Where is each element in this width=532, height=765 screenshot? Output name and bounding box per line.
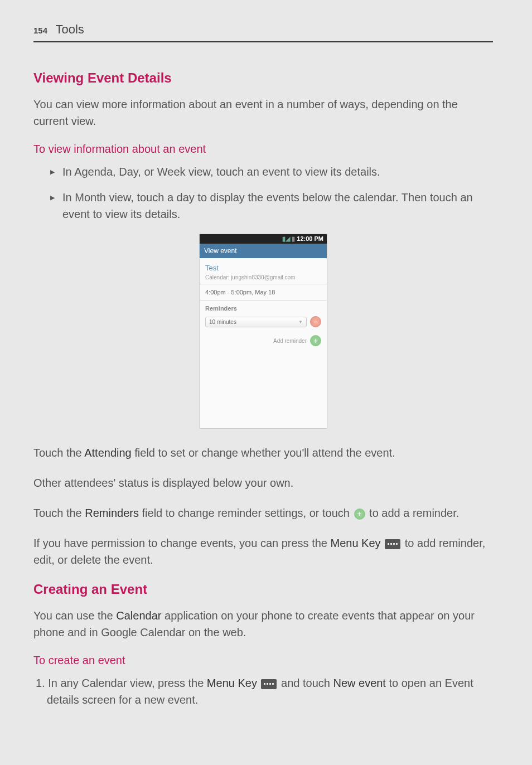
step-1: 1. In any Calendar view, press the Menu … xyxy=(33,675,493,708)
add-reminder-row: Add reminder + xyxy=(200,332,327,350)
bullet-item-agenda: In Agenda, Day, or Week view, touch an e… xyxy=(33,163,493,180)
section-heading-viewing: Viewing Event Details xyxy=(33,70,493,86)
attending-paragraph: Touch the Attending field to set or chan… xyxy=(33,444,493,461)
attendees-paragraph: Other attendees' status is displayed bel… xyxy=(33,475,493,491)
remove-reminder-button[interactable]: − xyxy=(310,316,321,327)
reminders-bold: Reminders xyxy=(85,507,139,519)
page-number: 154 xyxy=(33,26,47,35)
new-event-bold: New event xyxy=(333,677,386,689)
attending-bold: Attending xyxy=(84,447,132,459)
bullet-item-month: In Month view, touch a day to display th… xyxy=(33,189,493,222)
page-header: 154 Tools xyxy=(33,22,493,42)
add-reminder-label: Add reminder xyxy=(273,338,307,344)
reminders-paragraph: Touch the Reminders field to change remi… xyxy=(33,505,493,521)
reminders-label: Reminders xyxy=(200,301,327,314)
menu-key-bold-2: Menu Key xyxy=(207,677,257,689)
calendar-line: Calendar: jungshin8330@gmail.com xyxy=(205,274,321,280)
status-bar: ▮◢ ▮ 12:00 PM xyxy=(200,234,327,244)
page-title: Tools xyxy=(55,22,84,36)
signal-icon: ▮◢ xyxy=(282,235,290,242)
plus-icon: + xyxy=(354,509,365,520)
reminder-dropdown[interactable]: 10 minutes ▼ xyxy=(205,317,307,327)
reminder-row: 10 minutes ▼ − xyxy=(200,314,327,332)
creating-intro: You can use the Calendar application on … xyxy=(33,607,493,641)
reminder-value: 10 minutes xyxy=(209,319,236,325)
event-name: Test xyxy=(205,264,321,272)
event-info-section: Test Calendar: jungshin8330@gmail.com xyxy=(200,258,327,284)
screenshot-container: ▮◢ ▮ 12:00 PM View event Test Calendar: … xyxy=(33,234,493,429)
menu-key-icon-2 xyxy=(261,679,277,689)
event-time: 4:00pm - 5:00pm, May 18 xyxy=(200,284,327,301)
sub-heading-create: To create an event xyxy=(33,654,493,667)
bullet-list: In Agenda, Day, or Week view, touch an e… xyxy=(33,163,493,222)
add-reminder-button[interactable]: + xyxy=(310,335,321,346)
menu-key-paragraph: If you have permission to change events,… xyxy=(33,535,493,568)
menu-key-bold: Menu Key xyxy=(331,537,381,549)
menu-key-icon xyxy=(385,539,400,549)
section-heading-creating: Creating an Event xyxy=(33,582,493,597)
status-time: 12:00 PM xyxy=(297,235,323,242)
intro-paragraph: You can view more information about an e… xyxy=(33,96,493,129)
view-event-title-bar: View event xyxy=(200,244,327,258)
chevron-down-icon: ▼ xyxy=(298,319,303,325)
calendar-bold: Calendar xyxy=(116,609,161,622)
phone-screen: ▮◢ ▮ 12:00 PM View event Test Calendar: … xyxy=(199,234,327,429)
sub-heading-view-info: To view information about an event xyxy=(33,143,493,156)
battery-icon: ▮ xyxy=(292,235,295,242)
